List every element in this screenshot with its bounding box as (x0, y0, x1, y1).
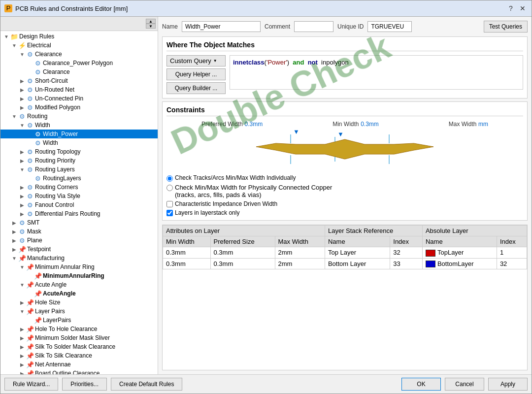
expand-icon: ▶ (18, 298, 26, 306)
width-labels-row: Preferred Width 0.3mm Min Width 0.3mm Ma… (166, 120, 523, 128)
check-impedance[interactable] (166, 201, 173, 207)
constraints-header: Constraints (166, 106, 523, 116)
tree-item-modified-polygon[interactable]: ▶ ⚙ Modified Polygon (0, 103, 158, 112)
tree-item-routing-priority[interactable]: ▶ ⚙ Routing Priority (0, 156, 158, 165)
query-mode-dropdown[interactable]: Custom Query ▼ (166, 55, 226, 66)
tree-item-clearance-power[interactable]: ⚙ Clearance_Power Polygon (0, 59, 158, 67)
tree-item-board-outline[interactable]: ▶ 📌 Board Outline Clearance (0, 369, 158, 374)
tree-item-unconnected-pin[interactable]: ▶ ⚙ Un-Connected Pin (0, 94, 158, 103)
expand-icon: ▶ (18, 148, 26, 156)
tree-item-min-annular-sub[interactable]: 📌 MinimumAnnularRing (0, 271, 158, 280)
priorities-button[interactable]: Priorities... (62, 378, 107, 391)
tree-item-diff-pairs[interactable]: ▶ ⚙ Differential Pairs Routing (0, 209, 158, 218)
rule-icon: ⚙ (26, 103, 34, 111)
scroll-up[interactable]: ▲ (146, 19, 156, 24)
tree-item-min-annular[interactable]: ▼ 📌 Minimum Annular Ring (0, 263, 158, 271)
expand-icon: ▶ (10, 219, 18, 227)
tree-item-layer-pairs-sub[interactable]: 📌 LayerPairs (0, 316, 158, 325)
attributes-table-section: Attributes on Layer Layer Stack Referenc… (162, 225, 528, 370)
max-width-group: Max Width mm (449, 120, 488, 128)
tree-item-hole-to-hole[interactable]: ▶ 📌 Hole To Hole Clearance (0, 325, 158, 333)
tree-item-fanout[interactable]: ▶ ⚙ Fanout Control (0, 200, 158, 209)
tree-item-design-rules[interactable]: ▼ 📁 Design Rules (0, 32, 158, 41)
query-helper-button[interactable]: Query Helper ... (166, 68, 226, 80)
rule-icon: ⚙ (18, 228, 26, 235)
test-queries-button[interactable]: Test Queries (484, 21, 528, 33)
option1-label: Check Tracks/Arcs Min/Max Width Individu… (175, 174, 296, 181)
radio-option1-row: Check Tracks/Arcs Min/Max Width Individu… (166, 174, 523, 182)
tree-item-unrouted-net[interactable]: ▶ ⚙ Un-Routed Net (0, 85, 158, 94)
check-layerstack[interactable] (166, 210, 173, 216)
tree-item-net-antennae[interactable]: ▶ 📌 Net Antennae (0, 360, 158, 369)
comment-input[interactable] (294, 21, 333, 32)
tree-item-width-power[interactable]: ⚙ Width_Power (0, 130, 158, 138)
cell-pref-size: 0.3mm (210, 247, 275, 259)
query-expression-area[interactable]: innetclass('Power') and not inpolygon (230, 55, 523, 90)
tree-item-manufacturing[interactable]: ▼ 📌 Manufacturing (0, 254, 158, 263)
tree-item-mask[interactable]: ▶ ⚙ Mask (0, 227, 158, 236)
tree-item-layer-pairs[interactable]: ▼ 📌 Layer Pairs (0, 307, 158, 316)
tree-item-routing-layers-sub[interactable]: ⚙ RoutingLayers (0, 174, 158, 183)
where-section: Where The Object Matches Custom Query ▼ … (162, 36, 528, 98)
help-button[interactable]: ? (506, 3, 516, 13)
ok-button[interactable]: OK (401, 378, 441, 391)
tree-item-width-sub[interactable]: ⚙ Width (0, 138, 158, 147)
tree-item-routing-layers[interactable]: ▼ ⚙ Routing Layers (0, 165, 158, 174)
tree-item-short-circuit[interactable]: ▶ ⚙ Short-Circuit (0, 76, 158, 85)
expand-icon (26, 174, 34, 182)
cell-min-width: 0.3mm (163, 247, 211, 259)
tree-item-silk-solder[interactable]: ▶ 📌 Silk To Solder Mask Clearance (0, 342, 158, 351)
name-label: Name (162, 23, 178, 30)
col-abs-name: Name (422, 236, 497, 247)
rule-icon: ⚙ (34, 68, 42, 76)
radio-connected[interactable] (166, 185, 173, 191)
tree-item-clearance-parent[interactable]: ▼ ⚙ Clearance (0, 50, 158, 59)
tree-item-width[interactable]: ▼ ⚙ Width (0, 121, 158, 130)
min-width-value: 0.3mm (361, 121, 379, 128)
bottom-bar: Rule Wizard... Priorities... Create Defa… (0, 374, 532, 394)
scroll-down[interactable]: ▼ (146, 24, 156, 29)
table-row[interactable]: 0.3mm 0.3mm 2mm Bottom Layer 33 BottomLa… (163, 258, 527, 269)
apply-button[interactable]: Apply (488, 378, 528, 391)
tree-item-plane[interactable]: ▶ ⚙ Plane (0, 236, 158, 245)
cancel-button[interactable]: Cancel (445, 378, 484, 391)
uid-input[interactable] (367, 21, 412, 32)
tree-item-routing-topology[interactable]: ▶ ⚙ Routing Topology (0, 147, 158, 156)
tree-item-routing-via-style[interactable]: ▶ ⚙ Routing Via Style (0, 192, 158, 200)
tree-item-clearance[interactable]: ⚙ Clearance (0, 67, 158, 76)
svg-text:P: P (6, 4, 11, 12)
close-button[interactable]: ✕ (518, 3, 528, 13)
table-row[interactable]: 0.3mm 0.3mm 2mm Top Layer 32 TopLayer 1 (163, 247, 527, 259)
impedance-label: Characteristic Impedance Driven Width (175, 200, 277, 207)
window-controls: ? ✕ (506, 3, 528, 13)
tree-item-routing-corners[interactable]: ▶ ⚙ Routing Corners (0, 183, 158, 192)
name-input[interactable] (182, 21, 261, 32)
constraints-section: Constraints Preferred Width 0.3mm Min Wi… (162, 101, 528, 221)
tree-item-testpoint[interactable]: ▶ 📌 Testpoint (0, 245, 158, 254)
tree-item-smt[interactable]: ▶ ⚙ SMT (0, 218, 158, 227)
cell-stack-index: 32 (390, 247, 423, 259)
query-builder-button[interactable]: Query Builder ... (166, 82, 226, 94)
rule-icon: ⚙ (18, 219, 26, 227)
rule-icon: 📌 (18, 254, 26, 262)
cell-pref-size: 0.3mm (210, 258, 275, 269)
dropdown-arrow-icon: ▼ (213, 59, 217, 63)
tree-item-acute-angle[interactable]: ▼ 📌 Acute Angle (0, 280, 158, 289)
tree-item-acute-angle-sub[interactable]: 📌 AcuteAngle (0, 289, 158, 298)
tree-item-electrical[interactable]: ▼ ⚡ Electrical (0, 41, 158, 50)
tree-item-routing[interactable]: ▼ ⚙ Routing (0, 112, 158, 121)
rule-wizard-button[interactable]: Rule Wizard... (4, 378, 58, 391)
scroll-controls: ▲ ▼ (146, 19, 156, 29)
create-defaults-button[interactable]: Create Default Rules (111, 378, 182, 391)
query-controls: Custom Query ▼ Query Helper ... Query Bu… (166, 55, 226, 94)
expand-icon: ▶ (18, 352, 26, 360)
cell-stack-index: 33 (390, 258, 423, 269)
expand-icon: ▶ (18, 343, 26, 351)
expand-icon: ▼ (18, 50, 26, 58)
tree-item-silk-silk[interactable]: ▶ 📌 Silk To Silk Clearance (0, 351, 158, 360)
left-panel: ▲ ▼ ▼ 📁 Design Rules ▼ ⚡ Electrical ▼ (0, 17, 158, 374)
tree-item-min-solder-sliver[interactable]: ▶ 📌 Minimum Solder Mask Sliver (0, 333, 158, 342)
tree-item-hole-size[interactable]: ▶ 📌 Hole Size (0, 298, 158, 307)
radio-individual[interactable] (166, 175, 173, 182)
query-and-keyword: and (293, 59, 304, 66)
